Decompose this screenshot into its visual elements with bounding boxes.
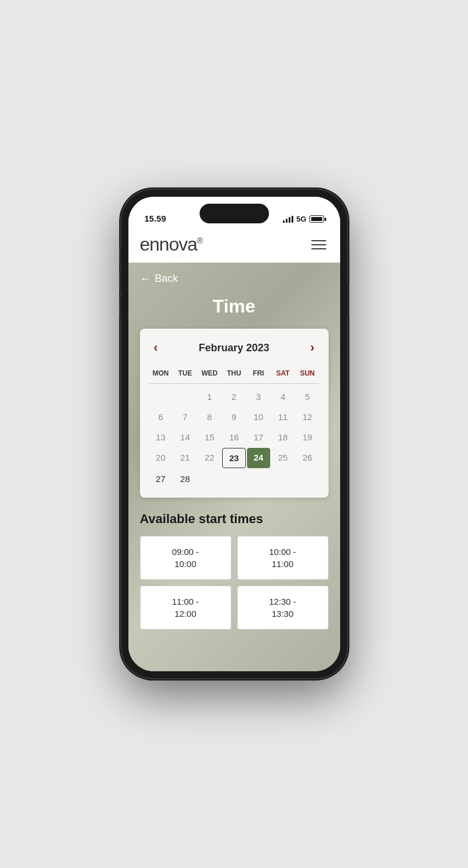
hamburger-menu-button[interactable] xyxy=(309,238,329,252)
cal-day-empty xyxy=(222,469,245,488)
cal-day-2[interactable]: 2 xyxy=(222,387,245,406)
phone-screen: 15.59 5G ennova® xyxy=(128,197,340,671)
cal-day-empty xyxy=(174,387,197,406)
day-header-sat: SAT xyxy=(271,367,294,382)
cal-day-8[interactable]: 8 xyxy=(198,407,221,426)
app-header: ennova® xyxy=(128,228,340,263)
day-header-sun: SUN xyxy=(296,367,319,382)
hamburger-line-3 xyxy=(311,248,326,249)
cal-day-1[interactable]: 1 xyxy=(198,387,221,406)
cal-day-15[interactable]: 15 xyxy=(198,428,221,447)
cal-day-26[interactable]: 26 xyxy=(296,448,319,468)
cal-day-4[interactable]: 4 xyxy=(271,387,294,406)
times-grid: 09:00 -10:00 10:00 -11:00 11:00 -12:00 1… xyxy=(140,536,329,630)
signal-bars-icon xyxy=(283,216,293,223)
day-header-tue: TUE xyxy=(174,367,197,382)
signal-bar-1 xyxy=(283,220,285,223)
cal-day-empty xyxy=(198,469,221,488)
cal-day-12[interactable]: 12 xyxy=(296,407,319,426)
cal-day-empty xyxy=(247,469,270,488)
cal-day-empty xyxy=(271,469,294,488)
battery-icon xyxy=(309,215,324,223)
day-header-fri: FRI xyxy=(247,367,270,382)
hamburger-line-2 xyxy=(311,244,326,245)
calendar-grid: MON TUE WED THU FRI SAT SUN 1 2 3 xyxy=(149,367,319,488)
cal-day-empty xyxy=(149,387,172,406)
cal-day-21[interactable]: 21 xyxy=(174,448,197,468)
available-times-section: Available start times 09:00 -10:00 10:00… xyxy=(128,498,340,635)
battery-fill xyxy=(311,217,322,221)
phone-frame: 15.59 5G ennova® xyxy=(121,190,347,678)
signal-bar-3 xyxy=(289,217,290,223)
back-label: Back xyxy=(155,273,178,285)
calendar-header: ‹ February 2023 › xyxy=(149,338,319,358)
calendar-next-button[interactable]: › xyxy=(305,338,319,358)
time-slot-2[interactable]: 11:00 -12:00 xyxy=(140,586,231,630)
logo-reg: ® xyxy=(197,236,202,245)
cal-day-13[interactable]: 13 xyxy=(149,428,172,447)
cal-day-23-today[interactable]: 23 xyxy=(222,448,245,468)
cal-day-16[interactable]: 16 xyxy=(222,428,245,447)
cal-day-17[interactable]: 17 xyxy=(247,428,270,447)
cal-day-10[interactable]: 10 xyxy=(247,407,270,426)
cal-day-11[interactable]: 11 xyxy=(271,407,294,426)
cal-day-28[interactable]: 28 xyxy=(174,469,197,488)
logo-word: ennova xyxy=(140,234,197,255)
calendar-prev-button[interactable]: ‹ xyxy=(149,338,163,358)
back-arrow-icon: ← xyxy=(140,272,152,285)
dynamic-island xyxy=(200,204,269,223)
power-button xyxy=(347,282,349,317)
cal-day-24-selected[interactable]: 24 xyxy=(247,448,270,468)
calendar-card: ‹ February 2023 › MON TUE WED THU FRI SA… xyxy=(140,329,329,498)
main-content: ← Back Time ‹ February 2023 › MON TUE xyxy=(128,263,340,671)
silent-switch xyxy=(119,248,121,264)
time-slot-1[interactable]: 10:00 -11:00 xyxy=(237,536,329,580)
cal-day-20[interactable]: 20 xyxy=(149,448,172,468)
network-type: 5G xyxy=(296,215,306,223)
time-slot-0[interactable]: 09:00 -10:00 xyxy=(140,536,231,580)
app-logo: ennova® xyxy=(140,234,202,255)
times-section-title: Available start times xyxy=(140,512,329,527)
cal-day-19[interactable]: 19 xyxy=(296,428,319,447)
cal-day-5[interactable]: 5 xyxy=(296,387,319,406)
signal-bar-4 xyxy=(292,216,293,223)
status-icons: 5G xyxy=(283,215,323,223)
hamburger-line-1 xyxy=(311,240,326,241)
cal-day-18[interactable]: 18 xyxy=(271,428,294,447)
cal-day-3[interactable]: 3 xyxy=(247,387,270,406)
back-button[interactable]: ← Back xyxy=(128,263,340,291)
page-title: Time xyxy=(128,291,340,329)
status-time: 15.59 xyxy=(145,214,167,223)
cal-day-9[interactable]: 9 xyxy=(222,407,245,426)
cal-day-14[interactable]: 14 xyxy=(174,428,197,447)
cal-day-6[interactable]: 6 xyxy=(149,407,172,426)
day-header-mon: MON xyxy=(149,367,172,382)
cal-day-22[interactable]: 22 xyxy=(198,448,221,468)
cal-day-empty xyxy=(296,469,319,488)
cal-day-27[interactable]: 27 xyxy=(149,469,172,488)
cal-day-25[interactable]: 25 xyxy=(271,448,294,468)
signal-bar-2 xyxy=(286,219,288,223)
cal-day-7[interactable]: 7 xyxy=(174,407,197,426)
calendar-header-divider xyxy=(149,383,319,384)
calendar-month-year: February 2023 xyxy=(198,342,269,354)
content-wrapper: ← Back Time ‹ February 2023 › MON TUE xyxy=(128,263,340,647)
volume-down-button xyxy=(119,297,121,318)
volume-up-button xyxy=(119,271,121,292)
day-header-thu: THU xyxy=(222,367,245,382)
time-slot-3[interactable]: 12:30 -13:30 xyxy=(237,586,329,630)
day-header-wed: WED xyxy=(198,367,221,382)
